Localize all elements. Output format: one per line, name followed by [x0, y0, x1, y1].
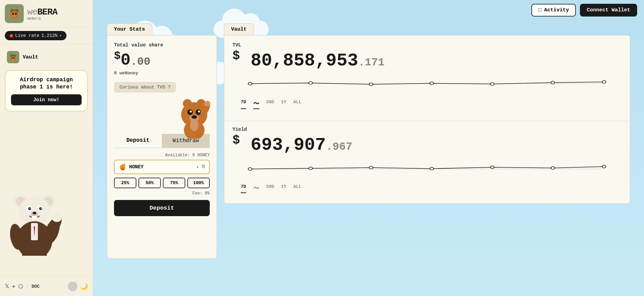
- svg-point-45: [190, 110, 192, 113]
- stats-panel: Your Stats Total value share $0.00 0 weH…: [107, 23, 217, 259]
- tvl-dollar: $: [232, 49, 240, 63]
- svg-point-14: [13, 57, 15, 59]
- theme-toggle-icon[interactable]: 🌙: [80, 283, 88, 290]
- x-icon[interactable]: 𝕏: [5, 283, 9, 290]
- deposit-tab[interactable]: Deposit: [114, 134, 162, 148]
- avatar: [68, 282, 77, 291]
- yield-dollar: $: [232, 133, 240, 147]
- yield-sparkline-svg: [241, 158, 613, 175]
- join-now-button[interactable]: Join now!: [11, 94, 82, 105]
- svg-point-15: [12, 59, 14, 60]
- live-rate-label: Live rate: [15, 33, 39, 38]
- svg-point-56: [369, 83, 373, 86]
- sidebar-nav: Vault: [0, 44, 93, 70]
- value-decimal: .00: [131, 55, 150, 68]
- svg-point-37: [52, 214, 62, 222]
- svg-point-58: [490, 83, 494, 85]
- honey-amount-input[interactable]: 0: [201, 164, 205, 170]
- wehoney-label: weHoney: [120, 71, 138, 76]
- telegram-icon[interactable]: ✈: [12, 283, 15, 290]
- live-dot: [10, 34, 13, 38]
- chevron-down-icon: ▾: [60, 34, 62, 38]
- stats-bear-svg: [177, 97, 211, 139]
- sidebar-item-vault[interactable]: Vault: [3, 48, 89, 66]
- activity-label: Activity: [544, 7, 569, 13]
- white-bear-svg: [3, 187, 65, 256]
- svg-point-54: [248, 82, 252, 85]
- svg-point-62: [248, 168, 252, 170]
- your-stats-tab[interactable]: Your Stats: [107, 23, 152, 35]
- deposit-button[interactable]: Deposit: [114, 200, 210, 216]
- tvl-tab-1y[interactable]: 1Y: [281, 99, 287, 109]
- tvl-tab-30d[interactable]: 30D: [266, 99, 274, 109]
- yield-tab-all[interactable]: ALL: [293, 184, 301, 193]
- pct-100-button[interactable]: 100%: [187, 178, 210, 188]
- vault-nav-icon: [7, 51, 19, 63]
- yield-section: Yield $ 693,907.967: [224, 121, 630, 203]
- vault-panel: Vault TVL $ 80,858,953.171: [224, 23, 630, 204]
- wehoney-balance: 0 weHoney: [114, 71, 210, 76]
- deposit-section: Available: 0 HONEY 🍯 HONEY ▾ 0 25% 50% 7…: [114, 148, 210, 216]
- activity-icon: □: [538, 7, 541, 13]
- tvl-integer: 80,858,953: [251, 51, 358, 71]
- svg-rect-30: [34, 216, 37, 219]
- svg-point-64: [369, 166, 373, 169]
- svg-point-57: [430, 82, 434, 85]
- yield-decimal: .967: [326, 141, 352, 154]
- total-value-display: $0.00: [114, 51, 210, 68]
- vault-nav-label: Vault: [23, 54, 38, 60]
- sidebar: weBERA WeBera Live rate 1.212% ▾: [0, 0, 93, 296]
- svg-rect-29: [32, 216, 34, 219]
- tvl-decimal: .171: [358, 56, 385, 69]
- yield-value: $ 693,907.967: [232, 134, 622, 154]
- airdrop-title: Airdrop campaign phase 1 is here!: [11, 76, 82, 91]
- honey-token-label: HONEY: [129, 164, 194, 170]
- tvl-tab-7d[interactable]: 7D: [241, 99, 246, 109]
- doc-link[interactable]: DOC: [32, 284, 40, 289]
- curious-tvs-button[interactable]: Curious about TVS ?: [114, 82, 176, 93]
- yield-tab-7d-underline: 〜: [253, 184, 259, 193]
- yield-tab-30d[interactable]: 30D: [266, 184, 274, 193]
- tvl-label: TVL: [232, 42, 622, 48]
- tvl-chart: [232, 70, 622, 97]
- pct-50-button[interactable]: 50%: [138, 178, 161, 188]
- svg-point-5: [15, 13, 17, 14]
- connect-wallet-button[interactable]: Connect Wallet: [580, 4, 637, 17]
- tvl-section: TVL $ 80,858,953.171: [224, 35, 630, 121]
- pct-75-button[interactable]: 75%: [163, 178, 185, 188]
- svg-point-26: [41, 208, 42, 209]
- svg-point-60: [602, 81, 606, 83]
- honey-token-icon: 🍯: [119, 163, 126, 171]
- available-balance: Available: 0 HONEY: [114, 153, 210, 158]
- yield-chart-tabs: 7D 〜 30D 1Y ALL: [232, 182, 622, 198]
- svg-point-65: [430, 167, 434, 170]
- airdrop-card: Airdrop campaign phase 1 is here! Join n…: [5, 70, 88, 112]
- yield-tab-7d[interactable]: 7D: [241, 184, 246, 193]
- svg-point-52: [190, 119, 198, 131]
- tvl-tab-7d-underline: 〜: [253, 99, 259, 109]
- vault-tab[interactable]: Vault: [224, 23, 254, 35]
- main-content: Your Stats Total value share $0.00 0 weH…: [93, 20, 644, 296]
- svg-point-4: [12, 13, 14, 14]
- brand-bera: BERA: [37, 7, 57, 17]
- yield-tab-1y[interactable]: 1Y: [281, 184, 287, 193]
- live-rate-button[interactable]: Live rate 1.212% ▾: [5, 31, 66, 40]
- svg-point-7: [13, 15, 14, 15]
- tvl-chart-tabs: 7D 〜 30D 1Y ALL: [232, 97, 622, 114]
- tvl-sparkline-svg: [241, 73, 613, 91]
- svg-point-66: [490, 166, 494, 169]
- svg-point-28: [33, 212, 36, 214]
- discord-icon[interactable]: ⬡: [18, 283, 23, 290]
- token-dropdown-icon[interactable]: ▾: [196, 165, 199, 170]
- svg-point-6: [13, 14, 16, 17]
- svg-point-63: [309, 167, 312, 170]
- tvl-tab-all[interactable]: ALL: [293, 99, 301, 109]
- percent-buttons: 25% 50% 75% 100%: [114, 178, 210, 188]
- brand-we: we: [27, 7, 37, 17]
- fee-info: Fee: 0%: [114, 191, 210, 196]
- pct-25-button[interactable]: 25%: [114, 178, 136, 188]
- svg-point-48: [191, 115, 197, 119]
- activity-button[interactable]: □ Activity: [531, 4, 576, 17]
- svg-point-46: [198, 110, 200, 113]
- brand-container: weBERA WeBera: [27, 7, 58, 21]
